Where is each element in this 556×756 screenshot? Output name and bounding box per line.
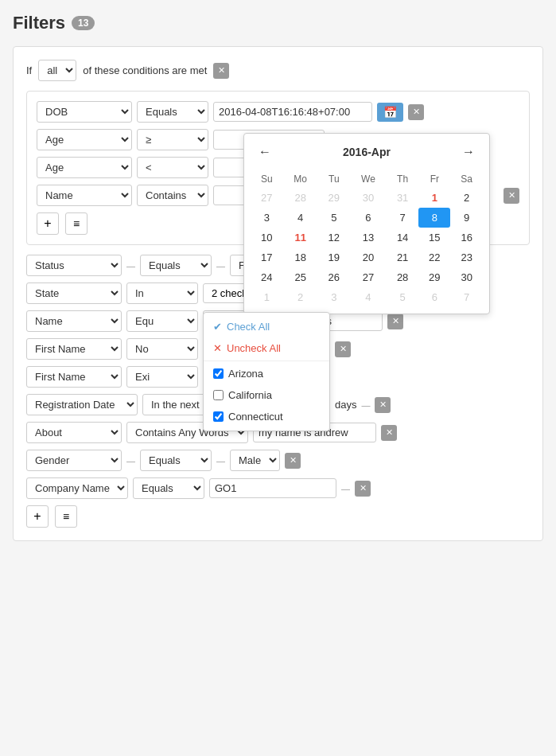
- calendar-day[interactable]: 6: [350, 208, 387, 228]
- company-field-select[interactable]: Company Name: [26, 477, 128, 499]
- arizona-checkbox[interactable]: [213, 368, 224, 379]
- calendar-day[interactable]: 10: [251, 228, 283, 247]
- calendar-day[interactable]: 29: [318, 188, 350, 208]
- name1-clear-button[interactable]: ✕: [504, 188, 519, 204]
- calendar-day[interactable]: 25: [283, 267, 318, 287]
- about-clear-button[interactable]: ✕: [381, 425, 397, 441]
- regdate-field-select[interactable]: Registration Date: [26, 394, 138, 415]
- inner-list-button[interactable]: ≡: [65, 212, 87, 235]
- calendar-day[interactable]: 3: [318, 287, 350, 307]
- calendar-day[interactable]: 16: [450, 228, 483, 247]
- uncheck-all-item[interactable]: ✕ Uncheck All: [204, 337, 329, 359]
- connecticut-checkbox[interactable]: [213, 411, 224, 422]
- calendar-title: 2016-Apr: [343, 146, 391, 158]
- outer-add-button[interactable]: +: [26, 505, 49, 528]
- age1-operator-select[interactable]: ≥: [137, 129, 208, 150]
- status-operator-select[interactable]: Equals: [140, 255, 212, 276]
- state-option-connecticut[interactable]: Connecticut: [204, 406, 329, 427]
- outer-list-button[interactable]: ≡: [55, 505, 77, 528]
- calendar-day[interactable]: 15: [418, 228, 450, 247]
- calendar-day[interactable]: 5: [387, 287, 418, 307]
- conditions-clear-button[interactable]: ✕: [213, 63, 229, 79]
- check-all-label: Check All: [227, 321, 270, 333]
- calendar-day[interactable]: 30: [450, 267, 483, 287]
- firstname1-operator-select[interactable]: No: [126, 338, 198, 360]
- calendar-prev-button[interactable]: ←: [254, 143, 276, 161]
- firstname2-field-select[interactable]: First Name: [26, 366, 122, 388]
- calendar-day[interactable]: 27: [251, 188, 283, 208]
- calendar-day[interactable]: 7: [387, 208, 418, 228]
- calendar-day[interactable]: 31: [387, 188, 418, 208]
- about-field-select[interactable]: About: [26, 422, 122, 443]
- calendar-day[interactable]: 7: [450, 287, 483, 307]
- calendar-day[interactable]: 19: [318, 247, 350, 267]
- company-operator-select[interactable]: Equals: [133, 477, 204, 499]
- state-option-california[interactable]: California: [204, 384, 329, 406]
- dob-value-input[interactable]: [213, 102, 372, 122]
- name2-field-select[interactable]: Name: [26, 310, 122, 332]
- calendar-day[interactable]: 1: [251, 287, 283, 307]
- calendar-day[interactable]: 28: [387, 267, 418, 287]
- calendar-day[interactable]: 11: [283, 228, 318, 247]
- age1-field-select[interactable]: Age: [37, 129, 132, 150]
- calendar-day[interactable]: 27: [350, 267, 387, 287]
- calendar-day[interactable]: 30: [350, 188, 387, 208]
- calendar-day[interactable]: 5: [318, 208, 350, 228]
- calendar-day[interactable]: 2: [450, 188, 483, 208]
- calendar-day[interactable]: 18: [283, 247, 318, 267]
- calendar-day[interactable]: 21: [387, 247, 418, 267]
- name2-clear-button[interactable]: ✕: [387, 314, 403, 329]
- calendar-day[interactable]: 3: [251, 208, 283, 228]
- calendar-day[interactable]: 2: [283, 287, 318, 307]
- name2-operator-select[interactable]: Equ: [126, 310, 198, 332]
- firstname1-field-select[interactable]: First Name: [26, 338, 122, 360]
- calendar-day[interactable]: 28: [283, 188, 318, 208]
- company-value-input[interactable]: [209, 478, 336, 498]
- calendar-day[interactable]: 17: [251, 247, 283, 267]
- california-checkbox[interactable]: [213, 390, 224, 400]
- status-dash2: —: [216, 261, 225, 271]
- calendar-trigger-button[interactable]: 📅: [377, 103, 403, 122]
- calendar-day[interactable]: 20: [350, 247, 387, 267]
- calendar-next-button[interactable]: →: [457, 143, 480, 161]
- company-clear-button[interactable]: ✕: [355, 481, 371, 497]
- calendar-day[interactable]: 14: [387, 228, 418, 247]
- status-field-select[interactable]: Status: [26, 255, 122, 276]
- calendar-day[interactable]: 9: [450, 208, 483, 228]
- state-field-select[interactable]: State: [26, 283, 122, 304]
- calendar-day[interactable]: 6: [418, 287, 450, 307]
- calendar-day[interactable]: 23: [450, 247, 483, 267]
- calendar-day[interactable]: 12: [318, 228, 350, 247]
- firstname1-clear-button[interactable]: ✕: [335, 341, 351, 357]
- check-all-item[interactable]: ✔ Check All: [204, 316, 329, 337]
- calendar-day[interactable]: 26: [318, 267, 350, 287]
- inner-add-button[interactable]: +: [37, 212, 59, 235]
- name1-operator-select[interactable]: Contains: [137, 185, 208, 206]
- calendar-day[interactable]: 24: [251, 267, 283, 287]
- gender-clear-button[interactable]: ✕: [285, 453, 301, 469]
- gender-field-select[interactable]: Gender: [26, 450, 122, 471]
- gender-value-select[interactable]: Male: [230, 450, 280, 471]
- calendar-day[interactable]: 4: [283, 208, 318, 228]
- calendar-day[interactable]: 8: [418, 208, 450, 228]
- calendar-day[interactable]: 4: [350, 287, 387, 307]
- name1-field-select[interactable]: Name: [37, 185, 132, 206]
- all-select[interactable]: all: [38, 60, 76, 81]
- age2-field-select[interactable]: Age: [37, 157, 132, 178]
- days-label: days: [335, 399, 356, 411]
- state-option-arizona[interactable]: Arizona: [204, 363, 329, 384]
- firstname2-operator-select[interactable]: Exi: [126, 366, 198, 388]
- gender-operator-select[interactable]: Equals: [140, 450, 212, 471]
- calendar-day[interactable]: 13: [350, 228, 387, 247]
- dob-field-select[interactable]: DOB: [37, 101, 132, 123]
- dob-clear-button[interactable]: ✕: [408, 104, 424, 120]
- age2-operator-select[interactable]: <: [137, 157, 208, 178]
- calendar-day[interactable]: 1: [418, 188, 450, 208]
- dob-operator-select[interactable]: Equals: [137, 101, 208, 123]
- state-operator-select[interactable]: In: [126, 283, 198, 304]
- calendar-day[interactable]: 22: [418, 247, 450, 267]
- regdate-clear-button[interactable]: ✕: [375, 397, 391, 413]
- calendar-day[interactable]: 29: [418, 267, 450, 287]
- filter-rows-inner: DOB Equals 📅 ✕ ← 2016-Apr → Su: [26, 91, 530, 245]
- arizona-label: Arizona: [228, 368, 263, 380]
